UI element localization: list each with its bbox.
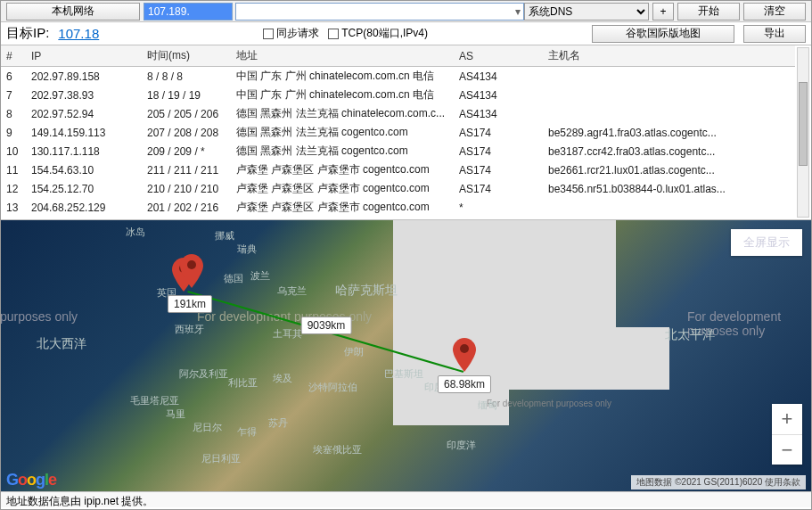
map-label: 埃塞俄比亚: [313, 443, 362, 457]
table-row[interactable]: 12154.25.12.70210 / 210 / 210卢森堡 卢森堡区 卢森…: [1, 179, 795, 198]
col-ip[interactable]: IP: [26, 45, 142, 67]
map-label: 德国: [224, 272, 243, 285]
checkbox-label: 同步请求: [276, 26, 319, 41]
col-time[interactable]: 时间(ms): [142, 45, 231, 67]
table-cell: [543, 67, 795, 86]
table-row[interactable]: 9149.14.159.113207 / 208 / 208德国 黑森州 法兰克…: [1, 123, 795, 142]
table-cell: 德国 黑森州 法兰克福 chinatelecom.com.c...: [231, 104, 454, 123]
fullscreen-button[interactable]: 全屏显示: [731, 229, 802, 256]
col-loc[interactable]: 地址: [231, 45, 454, 67]
checkbox-icon: [328, 29, 339, 39]
sub-bar: 目标IP: 107.18 同步请求 TCP(80端口,IPv4) 谷歌国际版地图…: [1, 22, 811, 45]
table-cell: 8 / 8 / 8: [142, 67, 231, 86]
map-pin-icon[interactable]: [180, 254, 203, 288]
map-label: 印度洋: [447, 439, 476, 452]
dev-watermark: For development purposes only: [1, 309, 78, 324]
map-label: 尼日尔: [193, 421, 222, 434]
ip-input-secondary[interactable]: [235, 3, 524, 21]
map-label: 乍得: [237, 425, 257, 439]
table-cell: 11: [1, 160, 26, 179]
map-view[interactable]: For development purposes only For develo…: [1, 220, 811, 491]
map-label: 伊朗: [344, 345, 364, 358]
table-cell: [543, 198, 795, 217]
map-label: 挪威: [215, 229, 234, 243]
hops-table: # IP 时间(ms) 地址 AS 主机名 6202.97.89.1588 / …: [1, 45, 795, 220]
zoom-in-button[interactable]: +: [772, 404, 802, 434]
table-cell: 154.54.63.10: [26, 160, 142, 179]
table-row[interactable]: 6202.97.89.1588 / 8 / 8中国 广东 广州 chinatel…: [1, 67, 795, 86]
table-cell: 10: [1, 142, 26, 160]
table-cell: 中国 广东 广州 chinatelecom.com.cn 电信: [231, 67, 454, 86]
table-cell: 卢森堡 卢森堡区 卢森堡市 cogentco.com: [231, 198, 454, 217]
table-cell: 207 / 208 / 208: [142, 123, 231, 142]
map-label-atlantic: 北大西洋: [37, 336, 86, 352]
map-label: 埃及: [273, 372, 292, 385]
table-cell: 德国 黑森州 法兰克福 cogentco.com: [231, 142, 454, 160]
table-cell: *: [454, 198, 543, 217]
table-cell: AS4134: [454, 104, 543, 123]
checkbox-icon: [263, 29, 274, 39]
scrollbar-thumb[interactable]: [799, 82, 808, 167]
table-cell: 7: [1, 86, 26, 104]
tcp-checkbox[interactable]: TCP(80端口,IPv4): [328, 26, 428, 41]
status-bar: 地址数据信息由 ipip.net 提供。: [1, 491, 811, 507]
table-cell: 卢森堡 卢森堡区 卢森堡市 cogentco.com: [231, 160, 454, 179]
dns-select[interactable]: 系统DNS: [524, 3, 649, 21]
table-header-row: # IP 时间(ms) 地址 AS 主机名: [1, 45, 795, 67]
col-host[interactable]: 主机名: [543, 45, 795, 67]
table-row[interactable]: 10130.117.1.118209 / 209 / *德国 黑森州 法兰克福 …: [1, 142, 795, 160]
table-cell: AS4134: [454, 67, 543, 86]
google-logo: Google: [6, 471, 56, 489]
export-button[interactable]: 导出: [743, 25, 806, 43]
table-cell: 18 / 19 / 19: [142, 86, 231, 104]
col-num[interactable]: #: [1, 45, 26, 67]
map-label: 马里: [166, 407, 185, 421]
map-label: 沙特阿拉伯: [308, 381, 357, 394]
table-cell: be5289.agr41.fra03.atlas.cogentc...: [543, 123, 795, 142]
map-label: 土耳其: [273, 327, 302, 341]
table-cell: 中国 广东 广州 chinatelecom.com.cn 电信: [231, 86, 454, 104]
table-cell: 210 / 210 / 210: [142, 179, 231, 198]
distance-label-a: 191km: [168, 295, 212, 313]
zoom-control: + −: [772, 404, 802, 465]
map-label: 阿尔及利亚: [179, 367, 228, 381]
svg-point-1: [187, 260, 196, 269]
ip-input-primary[interactable]: [144, 3, 233, 21]
map-label: 瑞典: [237, 243, 257, 256]
table-cell: 6: [1, 67, 26, 86]
col-as[interactable]: AS: [454, 45, 543, 67]
table-row[interactable]: 7202.97.38.9318 / 19 / 19中国 广东 广州 chinat…: [1, 86, 795, 104]
table-cell: 13: [1, 198, 26, 217]
sync-request-checkbox[interactable]: 同步请求: [263, 26, 319, 41]
plus-button[interactable]: +: [652, 3, 674, 21]
target-ip-label: 目标IP:: [6, 25, 49, 42]
table-cell: be3456.nr51.b038844-0.lux01.atlas...: [543, 179, 795, 198]
distance-label-mid: 9039km: [301, 317, 352, 334]
table-cell: AS4134: [454, 86, 543, 104]
table-cell: 202.97.52.94: [26, 104, 142, 123]
table-cell: 154.25.12.70: [26, 179, 142, 198]
table-cell: 130.117.1.118: [26, 142, 142, 160]
table-row[interactable]: 13204.68.252.129201 / 202 / 216卢森堡 卢森堡区 …: [1, 198, 795, 217]
map-label: 苏丹: [268, 416, 288, 430]
table-cell: 201 / 202 / 216: [142, 198, 231, 217]
start-button[interactable]: 开始: [677, 3, 740, 21]
map-label: 冰岛: [126, 226, 145, 239]
clear-button[interactable]: 清空: [743, 3, 806, 21]
toolbar: 本机网络 ▾ 系统DNS + 开始 清空: [1, 1, 811, 22]
table-row[interactable]: 11154.54.63.10211 / 211 / 211卢森堡 卢森堡区 卢森…: [1, 160, 795, 179]
table-cell: AS174: [454, 160, 543, 179]
map-pin-icon[interactable]: [453, 338, 476, 372]
table-row[interactable]: 8202.97.52.94205 / 205 / 206德国 黑森州 法兰克福 …: [1, 104, 795, 123]
table-cell: AS174: [454, 142, 543, 160]
local-network-button[interactable]: 本机网络: [6, 3, 140, 21]
zoom-out-button[interactable]: −: [772, 434, 802, 465]
checkbox-label: TCP(80端口,IPv4): [341, 26, 428, 41]
table-cell: be3187.ccr42.fra03.atlas.cogentc...: [543, 142, 795, 160]
map-credits[interactable]: 地图数据 ©2021 GS(2011)6020 使用条款: [631, 475, 806, 489]
google-map-button[interactable]: 谷歌国际版地图: [592, 25, 734, 43]
vertical-scrollbar[interactable]: [797, 47, 809, 218]
map-label: 西班牙: [175, 323, 204, 336]
target-ip-link[interactable]: 107.18: [58, 26, 99, 41]
table-cell: be2661.rcr21.lux01.atlas.cogentc...: [543, 160, 795, 179]
